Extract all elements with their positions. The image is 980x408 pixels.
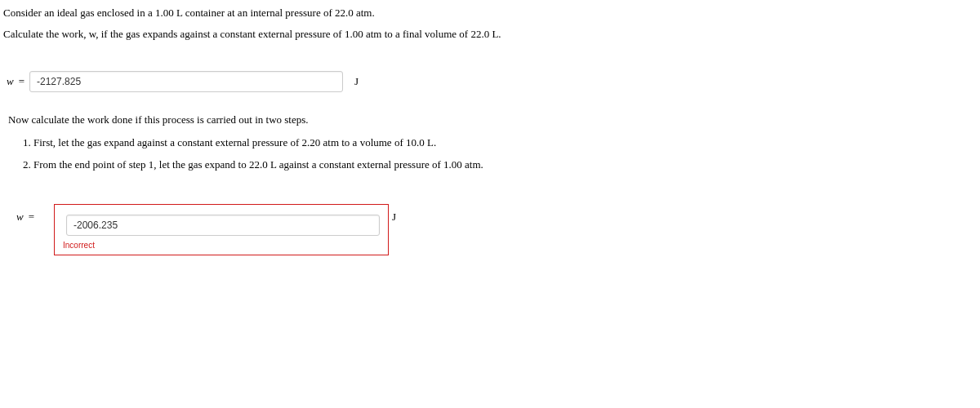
work-input-1[interactable] (29, 71, 343, 92)
problem-statement-line-1: Consider an ideal gas enclosed in a 1.00… (3, 5, 977, 21)
variable-label-w-1: w (7, 75, 14, 88)
step-list: 1. First, let the gas expand against a c… (8, 135, 977, 173)
answer-row-2 (63, 215, 380, 236)
problem-statement-line-2: Calculate the work, w, if the gas expand… (3, 26, 977, 42)
part-2-intro: Now calculate the work done if this proc… (8, 112, 977, 128)
work-input-2[interactable] (66, 215, 380, 236)
step-item: 2. From the end point of step 1, let the… (23, 157, 977, 173)
answer-row-2-outer: w = Incorrect J (3, 180, 977, 255)
step-item: 1. First, let the gas expand against a c… (23, 135, 977, 151)
answer-row-1: w = J (3, 71, 977, 92)
part-2-block: Now calculate the work done if this proc… (3, 112, 977, 173)
unit-label-2: J (392, 211, 396, 224)
equals-sign-1: = (19, 75, 24, 88)
feedback-text: Incorrect (63, 241, 380, 250)
equals-sign-2: = (29, 211, 34, 224)
incorrect-feedback-box: Incorrect (54, 204, 389, 255)
unit-label-1: J (354, 75, 359, 88)
variable-label-w-2: w (3, 211, 24, 224)
